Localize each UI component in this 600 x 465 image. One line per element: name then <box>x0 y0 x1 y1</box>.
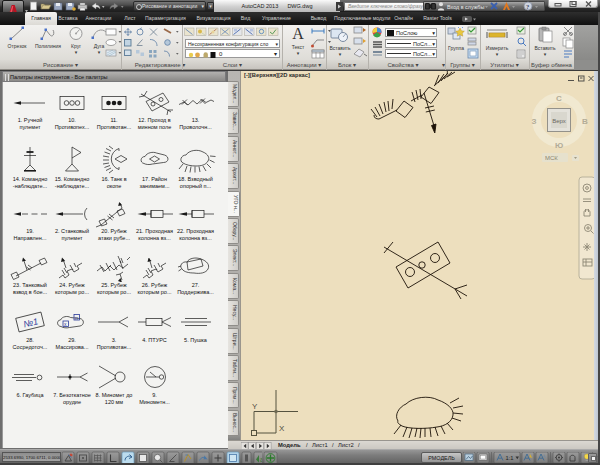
svg-text:1:1: 1:1 <box>506 455 514 461</box>
svg-text:а: а <box>260 456 262 463</box>
svg-text:п: п <box>75 315 78 321</box>
svg-text:Верх: Верх <box>552 118 566 124</box>
svg-text:X: X <box>279 424 285 433</box>
svg-text:С: С <box>556 94 562 103</box>
svg-text:З: З <box>531 117 536 126</box>
svg-text:Вход в службы: Вход в службы <box>447 4 484 10</box>
svg-text:МСК: МСК <box>545 155 558 161</box>
svg-text:Ю: Ю <box>555 141 563 150</box>
svg-text:?: ? <box>526 3 529 10</box>
svg-text:Y: Y <box>252 402 258 411</box>
svg-text:В: В <box>582 117 588 126</box>
